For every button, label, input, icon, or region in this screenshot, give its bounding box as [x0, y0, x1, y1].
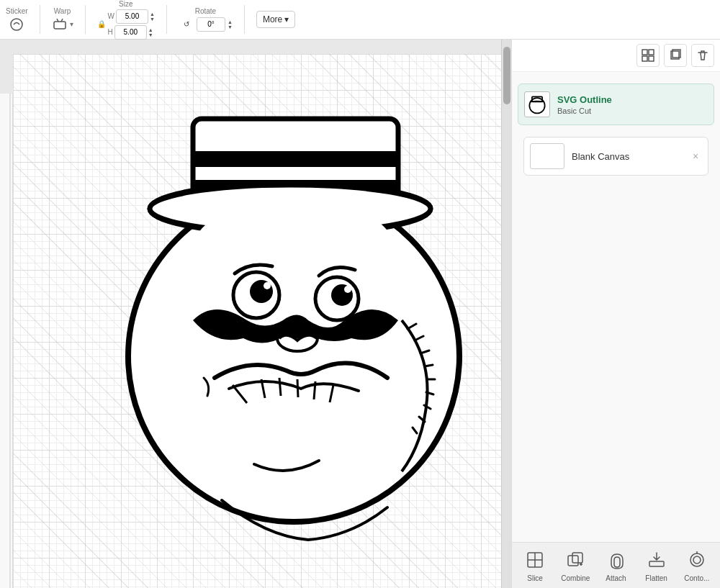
blank-canvas-thumbnail [530, 143, 564, 169]
warp-icon[interactable] [52, 17, 68, 32]
design-canvas[interactable] [13, 54, 504, 588]
main-toolbar: Sticker Warp ▾ Size 🔒 W ▲ [0, 0, 720, 40]
svg-rect-44 [572, 553, 582, 563]
svg-point-49 [693, 556, 701, 564]
separator-1 [40, 5, 40, 34]
duplicate-layer-button[interactable] [664, 44, 687, 67]
group-layers-button[interactable] [636, 44, 660, 67]
contour-icon [685, 548, 708, 571]
separator-3 [166, 5, 167, 34]
combine-tool[interactable]: Combine [557, 548, 594, 582]
rotate-label: Rotate [195, 7, 216, 15]
contour-label: Conto... [684, 574, 709, 582]
svg-rect-33 [649, 50, 654, 55]
separator-4 [244, 5, 245, 34]
flatten-tool[interactable]: Flatten [638, 548, 675, 582]
bottom-toolbar: Slice Combine Attach [512, 542, 720, 588]
attach-label: Attach [606, 574, 626, 582]
svg-rect-35 [649, 56, 654, 61]
rotate-icon[interactable]: ↺ [179, 17, 194, 32]
scrollbar-thumb[interactable] [503, 47, 510, 104]
delete-layer-button[interactable] [691, 44, 714, 67]
svg-rect-32 [642, 50, 647, 55]
combine-icon [564, 548, 587, 571]
svg-point-30 [344, 286, 351, 293]
layer-info: SVG Outline Basic Cut [557, 94, 708, 115]
canvas-scrollbar[interactable] [501, 40, 511, 588]
slice-icon [523, 548, 546, 571]
more-label: More [263, 14, 282, 24]
svg-rect-1 [54, 22, 66, 29]
artwork-container[interactable] [121, 76, 467, 565]
blank-canvas-section: Blank Canvas × [518, 131, 714, 181]
layer-name: SVG Outline [557, 94, 708, 105]
blank-canvas-label: Blank Canvas [572, 151, 629, 162]
blank-canvas-item[interactable]: Blank Canvas × [523, 137, 708, 176]
sticker-group: Sticker [6, 7, 28, 32]
rotate-group: Rotate ↺ ▲ ▼ [179, 7, 233, 32]
right-panel: Layers Color Sync × [511, 0, 720, 588]
size-label: Size [119, 0, 132, 8]
svg-point-27 [264, 282, 271, 289]
more-arrow-icon: ▾ [284, 14, 289, 24]
flatten-icon [645, 548, 668, 571]
size-group: Size 🔒 W ▲ ▼ H ▲ ▼ [97, 0, 155, 40]
svg-rect-43 [568, 556, 578, 566]
attach-tool[interactable]: Attach [597, 548, 634, 582]
sticker-label: Sticker [6, 7, 28, 15]
layer-type: Basic Cut [557, 107, 708, 115]
layer-item-svg-outline[interactable]: SVG Outline Basic Cut [518, 83, 714, 125]
more-button[interactable]: More ▾ [256, 11, 295, 28]
svg-point-48 [690, 553, 703, 566]
separator-2 [85, 5, 86, 34]
slice-tool[interactable]: Slice [516, 548, 554, 582]
width-input[interactable] [116, 9, 148, 24]
height-input[interactable] [114, 25, 147, 40]
layer-toolbar [512, 40, 720, 72]
slice-label: Slice [527, 574, 543, 582]
warp-label: Warp [54, 7, 71, 15]
layer-thumbnail [524, 91, 550, 117]
panel-content: SVG Outline Basic Cut Blank Canvas × [512, 72, 720, 542]
flatten-label: Flatten [645, 574, 667, 582]
warp-group: Warp ▾ [52, 7, 73, 32]
contour-tool[interactable]: Conto... [678, 548, 716, 582]
svg-rect-21 [193, 151, 398, 167]
rotate-input[interactable] [197, 17, 225, 32]
attach-icon [604, 548, 627, 571]
ruler-left [0, 94, 13, 588]
svg-rect-34 [642, 56, 647, 61]
blank-canvas-close-icon[interactable]: × [689, 150, 702, 163]
sticker-icon[interactable] [9, 17, 24, 32]
svg-rect-47 [649, 561, 664, 566]
combine-label: Combine [561, 574, 590, 582]
svg-point-0 [11, 19, 22, 30]
canvas-area: 8 9 10 11 12 13 14 15 [0, 40, 511, 588]
